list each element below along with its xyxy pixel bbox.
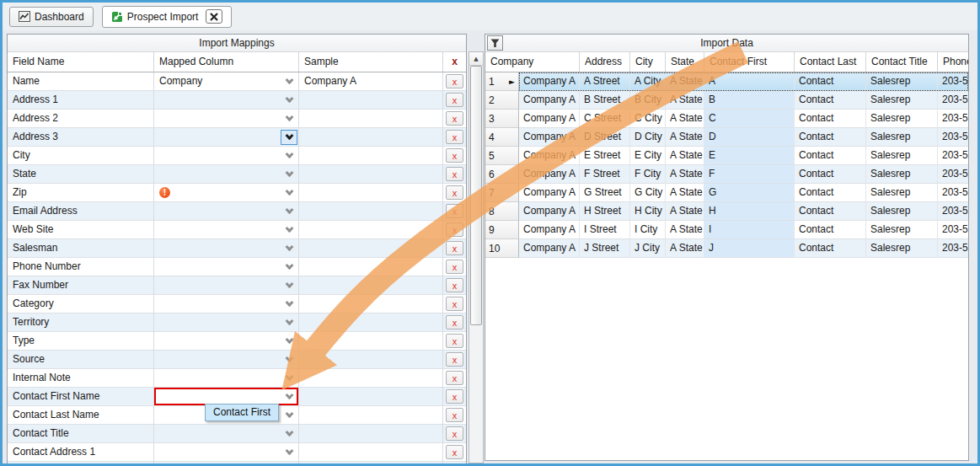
delete-mapping-button[interactable]: x bbox=[446, 241, 463, 255]
address-cell[interactable]: J Street bbox=[580, 239, 630, 258]
state-cell[interactable]: A State bbox=[666, 91, 704, 110]
table-row[interactable]: 6Company AF StreetF CityA StateFContactS… bbox=[485, 165, 968, 184]
contact-title-cell[interactable]: Salesrep bbox=[866, 147, 938, 165]
row-number-cell[interactable]: 2 bbox=[485, 91, 519, 110]
address-cell[interactable]: F Street bbox=[580, 165, 630, 184]
table-row[interactable]: 1►Company AA StreetA CityA StateAContact… bbox=[485, 72, 968, 91]
contact-title-cell[interactable]: Salesrep bbox=[866, 239, 938, 258]
contact-last-cell[interactable]: Contact bbox=[795, 239, 866, 258]
state-cell[interactable]: A State bbox=[666, 239, 704, 258]
mapped-column-cell[interactable] bbox=[154, 91, 299, 110]
tab-prospect-import[interactable]: Prospect Import bbox=[102, 6, 233, 28]
mapped-column-cell[interactable] bbox=[154, 202, 299, 221]
dropdown-chevron-icon[interactable] bbox=[281, 167, 297, 182]
state-cell[interactable]: A State bbox=[666, 72, 704, 91]
company-cell[interactable]: Company A bbox=[519, 184, 580, 202]
row-number-cell[interactable]: 9 bbox=[485, 221, 519, 239]
contact-first-cell[interactable]: D bbox=[704, 128, 795, 147]
delete-mapping-button[interactable]: x bbox=[446, 93, 463, 107]
table-row[interactable]: 7Company AG StreetG CityA StateGContactS… bbox=[485, 184, 968, 202]
company-cell[interactable]: Company A bbox=[519, 128, 580, 147]
mapped-column-cell[interactable] bbox=[154, 128, 299, 147]
city-cell[interactable]: A City bbox=[630, 72, 666, 91]
scrollbar-thumb[interactable] bbox=[470, 66, 482, 325]
contact-title-cell[interactable]: Salesrep bbox=[866, 165, 938, 184]
mapped-column-cell[interactable] bbox=[154, 332, 299, 351]
contact-last-cell[interactable]: Contact bbox=[795, 147, 866, 165]
delete-mapping-button[interactable]: x bbox=[446, 315, 463, 329]
mapped-column-cell[interactable] bbox=[154, 165, 299, 184]
company-cell[interactable]: Company A bbox=[519, 110, 580, 128]
column-header-address[interactable]: Address bbox=[580, 52, 630, 72]
dropdown-chevron-icon[interactable] bbox=[281, 204, 297, 219]
address-cell[interactable]: I Street bbox=[580, 221, 630, 239]
table-row[interactable]: 5Company AE StreetE CityA StateEContactS… bbox=[485, 147, 968, 165]
mapped-column-cell[interactable]: Company bbox=[154, 72, 299, 91]
address-cell[interactable]: D Street bbox=[580, 128, 630, 147]
city-cell[interactable]: E City bbox=[630, 147, 666, 165]
column-header-city[interactable]: City bbox=[630, 52, 666, 72]
mapped-column-cell[interactable] bbox=[154, 351, 299, 369]
address-cell[interactable]: A Street bbox=[580, 72, 630, 91]
state-cell[interactable]: A State bbox=[666, 128, 704, 147]
dropdown-chevron-icon[interactable] bbox=[281, 389, 297, 404]
address-cell[interactable]: G Street bbox=[580, 184, 630, 202]
dropdown-chevron-icon[interactable] bbox=[281, 130, 297, 145]
contact-first-cell[interactable]: E bbox=[704, 147, 795, 165]
contact-first-cell[interactable]: C bbox=[704, 110, 795, 128]
mapped-column-cell[interactable] bbox=[154, 221, 299, 239]
contact-title-cell[interactable]: Salesrep bbox=[866, 91, 938, 110]
table-row[interactable]: 3Company AC StreetC CityA StateCContactS… bbox=[485, 110, 968, 128]
company-cell[interactable]: Company A bbox=[519, 239, 580, 258]
column-header-company[interactable]: Company bbox=[485, 52, 580, 72]
column-header-contact-title[interactable]: Contact Title bbox=[866, 52, 938, 72]
mappings-scrollbar[interactable]: ▲ bbox=[469, 51, 484, 463]
delete-mapping-button[interactable]: x bbox=[446, 185, 463, 200]
city-cell[interactable]: F City bbox=[630, 165, 666, 184]
contact-first-cell[interactable]: J bbox=[704, 239, 795, 258]
contact-title-cell[interactable]: Salesrep bbox=[866, 221, 938, 239]
mapped-column-cell[interactable] bbox=[154, 147, 299, 165]
company-cell[interactable]: Company A bbox=[519, 202, 580, 221]
table-row[interactable]: 2Company AB StreetB CityA StateBContactS… bbox=[485, 91, 968, 110]
table-row[interactable]: 10Company AJ StreetJ CityA StateJContact… bbox=[485, 239, 968, 258]
delete-mapping-button[interactable]: x bbox=[446, 204, 463, 218]
mapped-column-cell[interactable] bbox=[154, 258, 299, 276]
company-cell[interactable]: Company A bbox=[519, 72, 580, 91]
mapped-column-cell[interactable] bbox=[154, 369, 299, 388]
mapped-column-cell[interactable] bbox=[154, 184, 299, 202]
phone-cell[interactable]: 203-5 bbox=[938, 221, 968, 239]
mapped-column-cell[interactable] bbox=[154, 276, 299, 295]
company-cell[interactable]: Company A bbox=[519, 221, 580, 239]
contact-title-cell[interactable]: Salesrep bbox=[866, 202, 938, 221]
column-header-phone[interactable]: Phone bbox=[938, 52, 968, 72]
delete-mapping-button[interactable]: x bbox=[446, 167, 463, 181]
phone-cell[interactable]: 203-5 bbox=[938, 184, 968, 202]
contact-last-cell[interactable]: Contact bbox=[795, 91, 866, 110]
phone-cell[interactable]: 203-5 bbox=[938, 165, 968, 184]
contact-last-cell[interactable]: Contact bbox=[795, 221, 866, 239]
mapped-column-cell[interactable] bbox=[154, 462, 299, 465]
row-number-cell[interactable]: 7 bbox=[485, 184, 519, 202]
contact-title-cell[interactable]: Salesrep bbox=[866, 184, 938, 202]
phone-cell[interactable]: 203-5 bbox=[938, 91, 968, 110]
phone-cell[interactable]: 203-5 bbox=[938, 202, 968, 221]
contact-last-cell[interactable]: Contact bbox=[795, 165, 866, 184]
address-cell[interactable]: H Street bbox=[580, 202, 630, 221]
table-row[interactable]: 4Company AD StreetD CityA StateDContactS… bbox=[485, 128, 968, 147]
dropdown-chevron-icon[interactable] bbox=[281, 241, 297, 256]
company-cell[interactable]: Company A bbox=[519, 91, 580, 110]
delete-mapping-button[interactable]: x bbox=[446, 278, 463, 292]
mapped-column-cell[interactable] bbox=[154, 239, 299, 258]
city-cell[interactable]: B City bbox=[630, 91, 666, 110]
dropdown-chevron-icon[interactable] bbox=[281, 463, 297, 466]
address-cell[interactable]: E Street bbox=[580, 147, 630, 165]
phone-cell[interactable]: 203-5 bbox=[938, 110, 968, 128]
contact-first-cell[interactable]: A bbox=[704, 72, 795, 91]
state-cell[interactable]: A State bbox=[666, 165, 704, 184]
city-cell[interactable]: I City bbox=[630, 221, 666, 239]
address-cell[interactable]: B Street bbox=[580, 91, 630, 110]
delete-mapping-button[interactable]: x bbox=[446, 389, 463, 404]
contact-last-cell[interactable]: Contact bbox=[795, 184, 866, 202]
tab-dashboard[interactable]: Dashboard bbox=[9, 7, 94, 27]
